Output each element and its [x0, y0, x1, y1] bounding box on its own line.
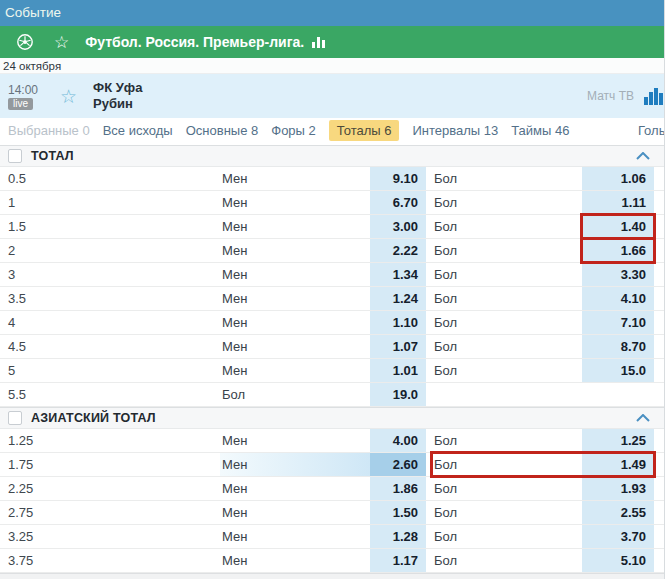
odds-value: 3.00 [370, 215, 426, 238]
market-section: АЗИАТСКИЙ ТОТАЛ 1.25 Мен 4.00 Бол 1.25 1… [0, 407, 664, 573]
line-value: 4 [0, 311, 220, 334]
outcome-over[interactable]: Бол 1.40 [432, 215, 654, 238]
tab-intervals[interactable]: Интервалы 13 [412, 123, 498, 138]
line-value: 5.5 [0, 383, 220, 406]
outcome-under[interactable]: Мен 1.10 [220, 311, 426, 334]
outcome-under[interactable]: Мен 1.86 [220, 477, 426, 500]
odds-value: 1.28 [370, 525, 426, 548]
outcome-over[interactable]: Бол 5.10 [432, 549, 654, 572]
odds-value: 4.10 [582, 287, 654, 310]
section-header: ТОТАЛ [0, 145, 664, 167]
outcome-label: Мен [220, 549, 370, 572]
odds-value: 19.0 [370, 383, 426, 406]
outcome-label: Мен [220, 263, 370, 286]
odds-value: 1.06 [582, 167, 654, 190]
match-stats-icon[interactable] [644, 88, 664, 105]
home-team: ФК Уфа [93, 80, 142, 96]
outcome-under[interactable]: Мен 1.07 [220, 335, 426, 358]
annotation-box [580, 213, 656, 240]
outcome-under[interactable]: Мен 2.60 [220, 453, 426, 476]
tab-goals[interactable]: Голы [638, 123, 665, 138]
outcome-under[interactable]: Мен 1.34 [220, 263, 426, 286]
outcome-over[interactable]: Бол 1.11 [432, 191, 654, 214]
total-row: 4.5 Мен 1.07 Бол 8.70 [0, 335, 664, 359]
outcome-over[interactable]: Бол 1.25 [432, 429, 654, 452]
date-row: 24 октября [0, 58, 664, 74]
odds-value: 1.11 [582, 191, 654, 214]
section-checkbox[interactable] [8, 149, 22, 163]
chevron-up-icon[interactable] [636, 152, 650, 160]
match-row: 14:00 live ☆ ФК Уфа Рубин Матч ТВ [0, 74, 664, 118]
outcome-under[interactable]: Мен 6.70 [220, 191, 426, 214]
outcome-under[interactable]: Мен 4.00 [220, 429, 426, 452]
outcome-label: Бол [432, 239, 582, 262]
tab-totals[interactable]: Тоталы 6 [329, 120, 400, 141]
outcome-over[interactable]: Бол 19.0 [220, 383, 426, 406]
odds-value: 1.17 [370, 549, 426, 572]
tab-label: Основные 8 [186, 123, 259, 138]
favorite-match-star-icon[interactable]: ☆ [60, 87, 77, 106]
outcome-label: Мен [220, 501, 370, 524]
odds-value: 1.01 [370, 359, 426, 382]
section-checkbox[interactable] [8, 411, 22, 425]
tab-handicaps[interactable]: Форы 2 [271, 123, 316, 138]
odds-value: 3.30 [582, 263, 654, 286]
outcome-under[interactable]: Мен 3.00 [220, 215, 426, 238]
outcome-label: Бол [432, 429, 582, 452]
league-stats-icon[interactable] [312, 36, 326, 48]
tv-channel-label: Матч ТВ [587, 89, 634, 103]
total-row: 2 Мен 2.22 Бол 1.66 [0, 239, 664, 263]
outcome-label: Бол [432, 191, 582, 214]
section-body: 0.5 Мен 9.10 Бол 1.06 1 Мен 6.70 Бол 1.1… [0, 167, 664, 407]
favorite-league-star-icon[interactable]: ☆ [54, 34, 69, 51]
outcome-label: Мен [220, 335, 370, 358]
outcome-label: Бол [432, 477, 582, 500]
outcome-over[interactable]: Бол 3.30 [432, 263, 654, 286]
tab-selected[interactable]: Выбранные 0 [8, 123, 90, 138]
team-names[interactable]: ФК Уфа Рубин [93, 80, 142, 112]
tab-main[interactable]: Основные 8 [186, 123, 259, 138]
total-row: 2.25 Мен 1.86 Бол 1.93 [0, 477, 664, 501]
odds-value: 9.10 [370, 167, 426, 190]
outcome-label: Мен [220, 429, 370, 452]
total-row: 3 Мен 1.34 Бол 3.30 [0, 263, 664, 287]
outcome-over[interactable]: Бол 1.49 [432, 453, 654, 476]
outcome-over[interactable]: Бол 2.55 [432, 501, 654, 524]
outcome-under[interactable]: Мен 1.28 [220, 525, 426, 548]
outcome-label: Мен [220, 453, 370, 476]
total-row: 5.5 Бол 19.0 [0, 383, 664, 407]
outcome-under[interactable]: Мен 1.24 [220, 287, 426, 310]
outcome-over[interactable]: Бол 3.70 [432, 525, 654, 548]
outcome-label: Бол [432, 311, 582, 334]
outcome-under[interactable]: Мен 2.22 [220, 239, 426, 262]
odds-value: 1.24 [370, 287, 426, 310]
odds-value: 2.60 [370, 453, 426, 476]
outcome-over[interactable]: Бол 4.10 [432, 287, 654, 310]
section-body: 1.25 Мен 4.00 Бол 1.25 1.75 Мен 2.60 Бол… [0, 429, 664, 573]
outcome-under[interactable]: Мен 9.10 [220, 167, 426, 190]
outcome-over[interactable]: Бол 1.93 [432, 477, 654, 500]
outcome-under[interactable]: Мен 1.01 [220, 359, 426, 382]
match-time-block: 14:00 live [8, 83, 52, 110]
line-value: 3.5 [0, 287, 220, 310]
odds-value: 7.10 [582, 311, 654, 334]
outcome-over[interactable]: Бол 8.70 [432, 335, 654, 358]
chevron-up-icon[interactable] [636, 414, 650, 422]
line-value: 0.5 [0, 167, 220, 190]
tab-halves[interactable]: Таймы 46 [511, 123, 569, 138]
outcome-over[interactable]: Бол 1.66 [432, 239, 654, 262]
tab-all-outcomes[interactable]: Все исходы [103, 123, 173, 138]
league-title[interactable]: Футбол. Россия. Премьер-лига. [85, 34, 304, 50]
outcome-label: Мен [220, 525, 370, 548]
section-title: ТОТАЛ [31, 149, 74, 163]
outcome-over[interactable]: Бол 15.0 [432, 359, 654, 382]
date-label: 24 октября [3, 60, 61, 72]
outcome-label: Мен [220, 311, 370, 334]
outcome-over[interactable]: Бол 1.06 [432, 167, 654, 190]
outcome-under[interactable]: Мен 1.17 [220, 549, 426, 572]
outcome-over[interactable]: Бол 7.10 [432, 311, 654, 334]
outcome-under[interactable]: Мен 1.50 [220, 501, 426, 524]
odds-value: 1.25 [582, 429, 654, 452]
tab-label: Голы [638, 123, 665, 138]
outcome-label: Мен [220, 167, 370, 190]
